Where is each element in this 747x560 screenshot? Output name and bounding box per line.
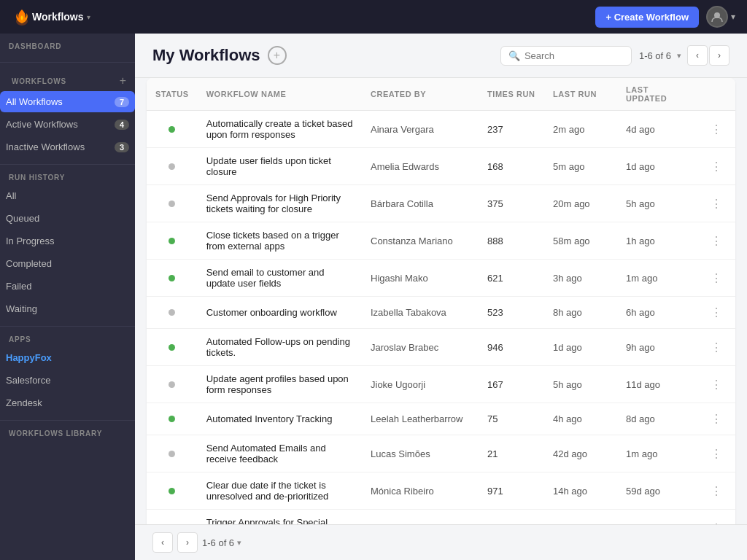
- row-times-run: 75: [479, 403, 544, 435]
- row-status: [147, 403, 198, 435]
- row-last-run: 1d ago: [544, 329, 617, 366]
- search-box: 🔍: [500, 46, 632, 66]
- sidebar: DASHBOARD WORKFLOWS + All Workflows 7 Ac…: [0, 34, 135, 560]
- sidebar-item-inactive-workflows[interactable]: Inactive Workflows 3: [0, 136, 135, 158]
- prev-page-button[interactable]: ‹: [687, 45, 708, 66]
- next-page-button[interactable]: ›: [709, 45, 729, 66]
- row-status: [147, 329, 198, 366]
- add-workflow-button[interactable]: +: [268, 46, 287, 65]
- sidebar-item-salesforce[interactable]: Salesforce: [0, 370, 135, 391]
- row-more-button[interactable]: ⋮: [706, 270, 727, 287]
- row-created-by: Jaroslav Brabec: [362, 329, 479, 366]
- sidebar-item-zendesk[interactable]: Zendesk: [0, 392, 135, 413]
- row-workflow-name: Customer onboarding workflow: [198, 297, 362, 329]
- row-actions: ⋮: [697, 435, 735, 472]
- row-more-button[interactable]: ⋮: [706, 233, 727, 249]
- queued-label: Queued: [6, 213, 129, 224]
- status-dot: [169, 238, 175, 244]
- row-more-button[interactable]: ⋮: [706, 483, 727, 499]
- add-workflow-icon[interactable]: +: [120, 74, 126, 88]
- row-created-by: Bárbara Cotilla: [362, 185, 479, 222]
- sidebar-item-all-workflows[interactable]: All Workflows 7: [0, 91, 135, 112]
- row-last-run: 2m ago: [544, 111, 617, 148]
- row-more-button[interactable]: ⋮: [706, 376, 727, 393]
- col-header-actions: [697, 78, 735, 111]
- workflows-table: STATUS WORKFLOW NAME CREATED BY TIMES RU…: [147, 78, 735, 524]
- sidebar-item-in-progress[interactable]: In Progress: [0, 230, 135, 252]
- row-last-updated: 8d ago: [617, 403, 697, 435]
- pagination-info-dropdown-icon[interactable]: ▾: [677, 51, 681, 61]
- sidebar-item-run-all[interactable]: All: [0, 185, 135, 206]
- row-created-by: Jioke Ugoorji: [362, 366, 479, 403]
- row-more-button[interactable]: ⋮: [706, 158, 727, 175]
- row-last-run: 5h ago: [544, 366, 617, 403]
- status-dot: [169, 275, 175, 281]
- row-more-button[interactable]: ⋮: [706, 304, 727, 321]
- inactive-workflows-label: Inactive Workflows: [6, 141, 115, 152]
- row-last-run: 3h ago: [544, 260, 617, 297]
- row-status: [147, 260, 198, 297]
- footer-next-page-button[interactable]: ›: [177, 532, 198, 553]
- row-times-run: 237: [479, 111, 544, 148]
- row-last-updated: 1d ago: [617, 148, 697, 185]
- row-last-updated: 1m ago: [617, 435, 697, 472]
- search-input[interactable]: [525, 50, 624, 61]
- col-header-created-by: CREATED BY: [362, 78, 479, 111]
- active-workflows-count: 4: [115, 120, 129, 130]
- sidebar-item-waiting[interactable]: Waiting: [0, 298, 135, 319]
- row-times-run: 21: [479, 435, 544, 472]
- col-header-last-updated: LAST UPDATED: [617, 78, 697, 111]
- row-workflow-name: Send email to customer and update user f…: [198, 260, 362, 297]
- create-workflow-button[interactable]: + Create Workflow: [595, 7, 699, 28]
- row-status: [147, 185, 198, 222]
- table-row: Send Approvals for High Priority tickets…: [147, 185, 735, 222]
- table-row: Send Automated Emails and receive feedba…: [147, 435, 735, 472]
- row-more-button[interactable]: ⋮: [706, 195, 727, 212]
- row-more-button[interactable]: ⋮: [706, 411, 727, 427]
- table-row: Update agent profiles based upon form re…: [147, 366, 735, 403]
- row-actions: ⋮: [697, 148, 735, 185]
- row-status: [147, 222, 198, 260]
- row-actions: ⋮: [697, 297, 735, 329]
- row-workflow-name: Automatically create a ticket based upon…: [198, 111, 362, 148]
- row-created-by: Ainara Vergara: [362, 111, 479, 148]
- dashboard-section-label: DASHBOARD: [6, 42, 129, 50]
- sidebar-item-completed[interactable]: Completed: [0, 253, 135, 274]
- table-row: Customer onboarding workflow Izabella Ta…: [147, 297, 735, 329]
- row-actions: ⋮: [697, 366, 735, 403]
- pagination-info: 1-6 of 6: [639, 50, 671, 61]
- row-last-run: 14h ago: [544, 472, 617, 510]
- user-icon: [711, 10, 724, 23]
- col-header-status: STATUS: [147, 78, 198, 111]
- inactive-workflows-count: 3: [115, 142, 129, 152]
- footer-prev-page-button[interactable]: ‹: [152, 532, 173, 553]
- row-more-button[interactable]: ⋮: [706, 446, 727, 462]
- row-more-button[interactable]: ⋮: [706, 121, 727, 138]
- footer-pagination-dropdown-icon[interactable]: ▾: [237, 538, 241, 548]
- all-workflows-count: 7: [115, 97, 129, 107]
- col-header-times-run: TIMES RUN: [479, 78, 544, 111]
- app-logo-area[interactable]: Workflows ▾: [12, 7, 90, 27]
- sidebar-item-failed[interactable]: Failed: [0, 276, 135, 297]
- sidebar-item-happyfox[interactable]: HappyFox: [0, 347, 135, 368]
- table-header-row: STATUS WORKFLOW NAME CREATED BY TIMES RU…: [147, 78, 735, 111]
- user-avatar[interactable]: [706, 6, 728, 28]
- row-workflow-name: Trigger Approvals for Special Records: [198, 510, 362, 525]
- table-row: Trigger Approvals for Special Records Na…: [147, 510, 735, 525]
- sidebar-item-active-workflows[interactable]: Active Workflows 4: [0, 114, 135, 135]
- table-row: Close tickets based on a trigger from ex…: [147, 222, 735, 260]
- row-times-run: 375: [479, 185, 544, 222]
- row-more-button[interactable]: ⋮: [706, 339, 727, 356]
- sidebar-item-queued[interactable]: Queued: [0, 208, 135, 229]
- status-dot: [169, 488, 175, 494]
- row-last-run: 4h ago: [544, 403, 617, 435]
- row-last-updated: 9h ago: [617, 329, 697, 366]
- main-header: My Workflows + 🔍 1-6 of 6 ▾ ‹ ›: [135, 34, 747, 78]
- row-created-by: Lucas Simões: [362, 435, 479, 472]
- row-actions: ⋮: [697, 260, 735, 297]
- happyfox-logo-icon: [12, 7, 32, 27]
- user-menu-chevron[interactable]: ▾: [731, 12, 735, 22]
- salesforce-label: Salesforce: [6, 375, 129, 386]
- row-actions: ⋮: [697, 222, 735, 260]
- row-times-run: 33: [479, 510, 544, 525]
